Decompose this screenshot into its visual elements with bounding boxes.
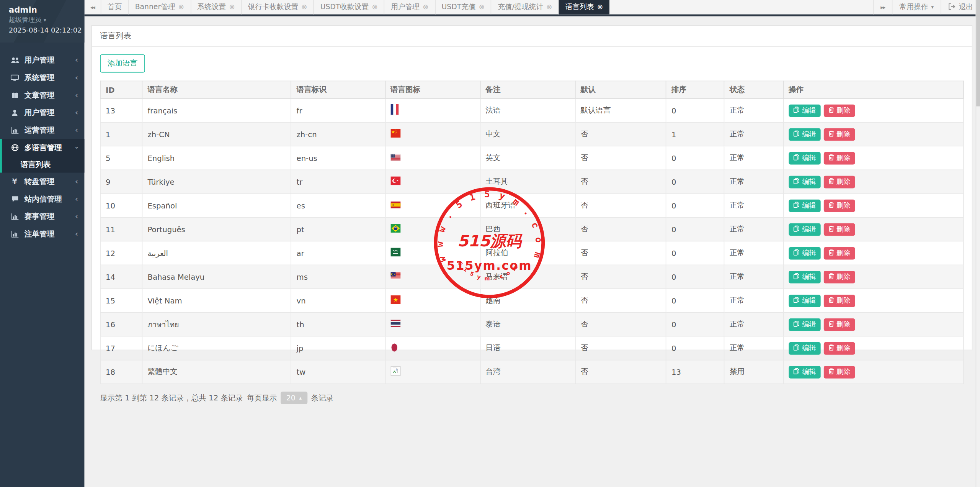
edit-button[interactable]: 编辑 xyxy=(789,271,820,283)
sidebar-item[interactable]: 注单管理‹ xyxy=(0,225,84,243)
delete-button[interactable]: 删除 xyxy=(823,271,855,283)
delete-label: 删除 xyxy=(836,153,850,162)
edit-button[interactable]: 编辑 xyxy=(789,152,820,164)
delete-button[interactable]: 删除 xyxy=(823,199,855,212)
tab-6[interactable]: USDT充值⊗ xyxy=(435,0,492,15)
tab-label: 银行卡收款设置 xyxy=(248,3,298,12)
add-language-button[interactable]: 添加语言 xyxy=(100,54,145,72)
delete-button[interactable]: 删除 xyxy=(823,294,855,307)
delete-button[interactable]: 删除 xyxy=(823,152,855,164)
cell-code: en-us xyxy=(291,146,385,170)
delete-button[interactable]: 删除 xyxy=(823,175,855,188)
edit-label: 编辑 xyxy=(802,153,816,162)
edit-button[interactable]: 编辑 xyxy=(789,128,820,141)
tabs-scroll-right-icon[interactable]: ▸▸ xyxy=(873,0,892,15)
flag-th-icon xyxy=(390,320,400,327)
tab-2[interactable]: 系统设置⊗ xyxy=(191,0,242,15)
scrollbar-thumb[interactable] xyxy=(976,0,980,107)
close-tab-icon[interactable]: ⊗ xyxy=(372,4,378,11)
trash-icon xyxy=(828,225,834,234)
sidebar-item-label: 多语言管理 xyxy=(24,142,62,153)
close-tab-icon[interactable]: ⊗ xyxy=(301,4,307,11)
cell-name: Español xyxy=(142,193,291,217)
chevron-left-icon: ‹ xyxy=(75,178,78,185)
card-title: 语言列表 xyxy=(92,26,972,47)
edit-button[interactable]: 编辑 xyxy=(789,223,820,236)
close-tab-icon[interactable]: ⊗ xyxy=(597,4,603,11)
tab-1[interactable]: Banner管理⊗ xyxy=(129,0,191,15)
cell-status: 正常 xyxy=(724,217,783,241)
sidebar-item[interactable]: ¥转盘管理‹ xyxy=(0,173,84,190)
tab-7[interactable]: 充值/提现统计⊗ xyxy=(492,0,559,15)
cell-id: 11 xyxy=(100,217,142,241)
main-content: 语言列表 添加语言 ID语言名称语言标识语言图标备注默认排序状态操作13fran… xyxy=(84,16,980,487)
delete-button[interactable]: 删除 xyxy=(823,104,855,117)
edit-icon xyxy=(793,367,800,376)
edit-button[interactable]: 编辑 xyxy=(789,104,820,117)
cell-sort: 0 xyxy=(666,98,724,122)
edit-button[interactable]: 编辑 xyxy=(789,318,820,331)
delete-button[interactable]: 删除 xyxy=(823,128,855,141)
delete-button[interactable]: 删除 xyxy=(823,366,855,378)
edit-button[interactable]: 编辑 xyxy=(789,199,820,212)
logout-button[interactable]: 退出 xyxy=(941,0,980,15)
chevron-left-icon: ‹ xyxy=(75,213,78,220)
sidebar-group: 文章管理‹ xyxy=(0,86,84,104)
edit-icon xyxy=(793,154,800,162)
vertical-scrollbar[interactable] xyxy=(976,0,980,487)
chevron-left-icon: ‹ xyxy=(75,230,78,238)
close-tab-icon[interactable]: ⊗ xyxy=(479,4,485,11)
cell-status: 正常 xyxy=(724,289,783,312)
page-size-dropdown[interactable]: 20 ▴ xyxy=(281,392,307,404)
flag-tr-icon xyxy=(390,176,400,185)
sidebar-item[interactable]: 用户管理‹ xyxy=(0,104,84,121)
column-header: 排序 xyxy=(666,81,724,98)
delete-button[interactable]: 删除 xyxy=(823,318,855,331)
tab-3[interactable]: 银行卡收款设置⊗ xyxy=(242,0,314,15)
cell-status: 正常 xyxy=(724,146,783,170)
language-table: ID语言名称语言标识语言图标备注默认排序状态操作13françaisfr法语默认… xyxy=(100,81,964,384)
user-role-dropdown[interactable]: 超级管理员 ▾ xyxy=(9,16,85,25)
edit-button[interactable]: 编辑 xyxy=(789,294,820,307)
sidebar-item[interactable]: 用户管理‹ xyxy=(0,51,84,69)
edit-label: 编辑 xyxy=(802,367,816,376)
common-actions-dropdown[interactable]: 常用操作 ▾ xyxy=(892,0,941,15)
edit-button[interactable]: 编辑 xyxy=(789,366,820,378)
tab-4[interactable]: USDT收款设置⊗ xyxy=(314,0,384,15)
sidebar-item[interactable]: 运营管理‹ xyxy=(0,121,84,139)
delete-label: 删除 xyxy=(836,177,850,186)
chat-icon xyxy=(9,195,20,202)
sidebar-menu: 用户管理‹系统管理‹文章管理‹用户管理‹运营管理‹多语言管理‹语言列表¥转盘管理… xyxy=(0,51,84,243)
delete-button[interactable]: 删除 xyxy=(823,247,855,259)
sidebar-item-label: 系统管理 xyxy=(24,72,54,83)
close-tab-icon[interactable]: ⊗ xyxy=(546,4,552,11)
sidebar-item[interactable]: 站内信管理‹ xyxy=(0,190,84,208)
edit-button[interactable]: 编辑 xyxy=(789,247,820,259)
cell-name: 繁體中文 xyxy=(142,360,291,384)
close-tab-icon[interactable]: ⊗ xyxy=(423,4,428,11)
sidebar-item[interactable]: 系统管理‹ xyxy=(0,69,84,87)
edit-button[interactable]: 编辑 xyxy=(789,342,820,354)
flag-fr-icon xyxy=(390,104,399,115)
tab-active[interactable]: 语言列表⊗ xyxy=(559,0,610,15)
cell-name: Türkiye xyxy=(142,170,291,193)
sidebar-item[interactable]: 赛事管理‹ xyxy=(0,208,84,225)
delete-label: 删除 xyxy=(836,248,850,257)
flag-my-icon xyxy=(390,272,400,280)
edit-button[interactable]: 编辑 xyxy=(789,175,820,188)
sidebar-subitem[interactable]: 语言列表 xyxy=(2,156,85,172)
tab-0[interactable]: 首页 xyxy=(101,0,129,15)
sidebar-item[interactable]: 文章管理‹ xyxy=(0,86,84,104)
cell-id: 17 xyxy=(100,336,142,360)
sidebar-item[interactable]: 多语言管理‹ xyxy=(2,139,85,156)
close-tab-icon[interactable]: ⊗ xyxy=(229,4,235,11)
tab-5[interactable]: 用户管理⊗ xyxy=(385,0,436,15)
close-tab-icon[interactable]: ⊗ xyxy=(178,4,184,11)
delete-button[interactable]: 删除 xyxy=(823,342,855,354)
cell-name: ภาษาไทย xyxy=(142,313,291,336)
delete-button[interactable]: 删除 xyxy=(823,223,855,236)
tabs-scroll-left-icon[interactable]: ◂◂ xyxy=(84,0,101,15)
tabs: 首页Banner管理⊗系统设置⊗银行卡收款设置⊗USDT收款设置⊗用户管理⊗US… xyxy=(101,0,609,15)
sidebar-item-label: 站内信管理 xyxy=(24,193,62,204)
cell-actions: 编辑删除 xyxy=(783,98,964,122)
